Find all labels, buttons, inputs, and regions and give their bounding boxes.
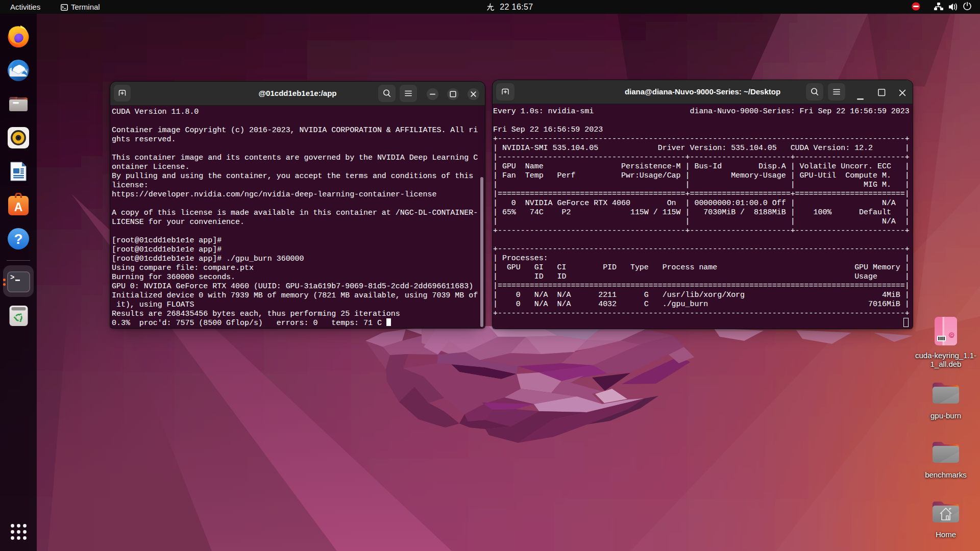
svg-text:>: > bbox=[10, 273, 14, 282]
svg-text:A: A bbox=[14, 201, 23, 214]
svg-text:?: ? bbox=[14, 231, 22, 247]
